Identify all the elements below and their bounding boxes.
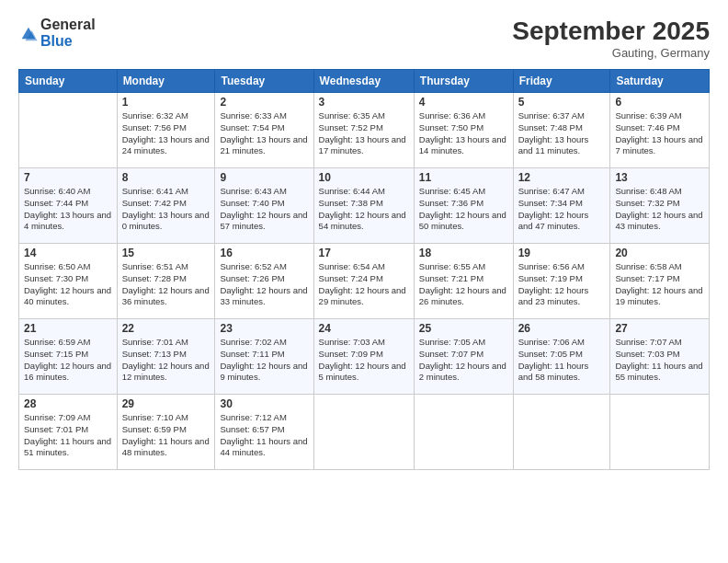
location: Gauting, Germany [512,46,710,60]
day-info: Sunrise: 7:02 AMSunset: 7:11 PMDaylight:… [220,337,308,384]
calendar-week-row: 1Sunrise: 6:32 AMSunset: 7:56 PMDaylight… [19,93,710,168]
day-info: Sunrise: 6:48 AMSunset: 7:32 PMDaylight:… [615,186,704,233]
calendar-cell: 20Sunrise: 6:58 AMSunset: 7:17 PMDayligh… [610,244,710,319]
weekday-header-row: SundayMondayTuesdayWednesdayThursdayFrid… [19,70,710,93]
calendar-cell: 25Sunrise: 7:05 AMSunset: 7:07 PMDayligh… [414,319,513,395]
day-number: 26 [518,322,606,335]
calendar-cell [19,93,118,168]
calendar-cell: 4Sunrise: 6:36 AMSunset: 7:50 PMDaylight… [414,93,513,168]
day-number: 7 [24,171,112,184]
day-number: 23 [220,322,308,335]
weekday-header: Thursday [414,70,513,93]
month-title: September 2025 [512,17,710,46]
day-info: Sunrise: 6:45 AMSunset: 7:36 PMDaylight:… [419,186,508,233]
day-info: Sunrise: 6:47 AMSunset: 7:34 PMDaylight:… [518,186,606,233]
calendar-week-row: 21Sunrise: 6:59 AMSunset: 7:15 PMDayligh… [19,319,710,395]
day-number: 4 [419,96,508,109]
calendar-cell: 18Sunrise: 6:55 AMSunset: 7:21 PMDayligh… [414,244,513,319]
page: General Blue September 2025 Gauting, Ger… [0,0,728,563]
weekday-header: Friday [513,70,610,93]
calendar-cell: 30Sunrise: 7:12 AMSunset: 6:57 PMDayligh… [215,395,313,470]
calendar-cell: 24Sunrise: 7:03 AMSunset: 7:09 PMDayligh… [313,319,414,395]
calendar-cell: 11Sunrise: 6:45 AMSunset: 7:36 PMDayligh… [414,168,513,244]
calendar-cell: 26Sunrise: 7:06 AMSunset: 7:05 PMDayligh… [513,319,610,395]
day-info: Sunrise: 6:36 AMSunset: 7:50 PMDaylight:… [419,110,508,157]
calendar-cell: 27Sunrise: 7:07 AMSunset: 7:03 PMDayligh… [610,319,710,395]
title-block: September 2025 Gauting, Germany [512,17,710,60]
day-number: 30 [220,397,308,410]
day-number: 25 [419,322,508,335]
calendar-cell [313,395,414,470]
day-number: 9 [220,171,308,184]
weekday-header: Wednesday [313,70,414,93]
weekday-header: Monday [117,70,215,93]
day-number: 17 [319,247,409,259]
day-info: Sunrise: 6:54 AMSunset: 7:24 PMDaylight:… [319,261,409,308]
logo-text: General Blue [40,17,96,49]
day-info: Sunrise: 7:03 AMSunset: 7:09 PMDaylight:… [319,337,409,384]
day-info: Sunrise: 7:01 AMSunset: 7:13 PMDaylight:… [122,337,210,384]
day-number: 10 [319,171,409,184]
calendar-cell: 16Sunrise: 6:52 AMSunset: 7:26 PMDayligh… [215,244,313,319]
day-info: Sunrise: 7:12 AMSunset: 6:57 PMDaylight:… [220,412,308,459]
day-info: Sunrise: 7:07 AMSunset: 7:03 PMDaylight:… [615,337,704,384]
calendar-cell: 29Sunrise: 7:10 AMSunset: 6:59 PMDayligh… [117,395,215,470]
day-number: 18 [419,247,508,259]
calendar-week-row: 28Sunrise: 7:09 AMSunset: 7:01 PMDayligh… [19,395,710,470]
day-info: Sunrise: 6:50 AMSunset: 7:30 PMDaylight:… [24,261,112,308]
day-number: 16 [220,247,308,259]
calendar-cell: 28Sunrise: 7:09 AMSunset: 7:01 PMDayligh… [19,395,118,470]
day-info: Sunrise: 6:41 AMSunset: 7:42 PMDaylight:… [122,186,210,233]
header: General Blue September 2025 Gauting, Ger… [18,17,710,60]
calendar-cell: 19Sunrise: 6:56 AMSunset: 7:19 PMDayligh… [513,244,610,319]
day-info: Sunrise: 6:40 AMSunset: 7:44 PMDaylight:… [24,186,112,233]
calendar-cell: 23Sunrise: 7:02 AMSunset: 7:11 PMDayligh… [215,319,313,395]
calendar-cell: 6Sunrise: 6:39 AMSunset: 7:46 PMDaylight… [610,93,710,168]
day-number: 2 [220,96,308,109]
day-info: Sunrise: 7:10 AMSunset: 6:59 PMDaylight:… [122,412,210,459]
calendar-cell: 12Sunrise: 6:47 AMSunset: 7:34 PMDayligh… [513,168,610,244]
weekday-header: Tuesday [215,70,313,93]
day-number: 12 [518,171,606,184]
day-number: 28 [24,397,112,410]
logo-icon [18,24,39,44]
day-number: 21 [24,322,112,335]
day-info: Sunrise: 6:55 AMSunset: 7:21 PMDaylight:… [419,261,508,308]
calendar-cell: 3Sunrise: 6:35 AMSunset: 7:52 PMDaylight… [313,93,414,168]
day-info: Sunrise: 6:52 AMSunset: 7:26 PMDaylight:… [220,261,308,308]
day-number: 22 [122,322,210,335]
day-number: 1 [122,96,210,109]
weekday-header: Sunday [19,70,118,93]
day-number: 20 [615,247,704,259]
day-info: Sunrise: 7:09 AMSunset: 7:01 PMDaylight:… [24,412,112,459]
weekday-header: Saturday [610,70,710,93]
calendar-cell: 1Sunrise: 6:32 AMSunset: 7:56 PMDaylight… [117,93,215,168]
day-info: Sunrise: 6:33 AMSunset: 7:54 PMDaylight:… [220,110,308,157]
day-number: 19 [518,247,606,259]
day-number: 14 [24,247,112,259]
calendar-cell: 9Sunrise: 6:43 AMSunset: 7:40 PMDaylight… [215,168,313,244]
day-number: 27 [615,322,704,335]
calendar-cell: 7Sunrise: 6:40 AMSunset: 7:44 PMDaylight… [19,168,118,244]
calendar-cell: 2Sunrise: 6:33 AMSunset: 7:54 PMDaylight… [215,93,313,168]
calendar-cell [513,395,610,470]
day-number: 24 [319,322,409,335]
calendar-cell [610,395,710,470]
day-number: 3 [319,96,409,109]
day-number: 13 [615,171,704,184]
day-info: Sunrise: 7:05 AMSunset: 7:07 PMDaylight:… [419,337,508,384]
calendar-week-row: 14Sunrise: 6:50 AMSunset: 7:30 PMDayligh… [19,244,710,319]
calendar-cell: 21Sunrise: 6:59 AMSunset: 7:15 PMDayligh… [19,319,118,395]
logo-general: General [40,17,96,33]
calendar-table: SundayMondayTuesdayWednesdayThursdayFrid… [18,69,710,470]
day-number: 8 [122,171,210,184]
day-number: 6 [615,96,704,109]
calendar-cell: 17Sunrise: 6:54 AMSunset: 7:24 PMDayligh… [313,244,414,319]
day-number: 15 [122,247,210,259]
logo-blue: Blue [40,33,96,50]
calendar-cell: 15Sunrise: 6:51 AMSunset: 7:28 PMDayligh… [117,244,215,319]
calendar-cell: 8Sunrise: 6:41 AMSunset: 7:42 PMDaylight… [117,168,215,244]
day-info: Sunrise: 6:32 AMSunset: 7:56 PMDaylight:… [122,110,210,157]
logo: General Blue [18,17,96,49]
day-info: Sunrise: 6:39 AMSunset: 7:46 PMDaylight:… [615,110,704,157]
